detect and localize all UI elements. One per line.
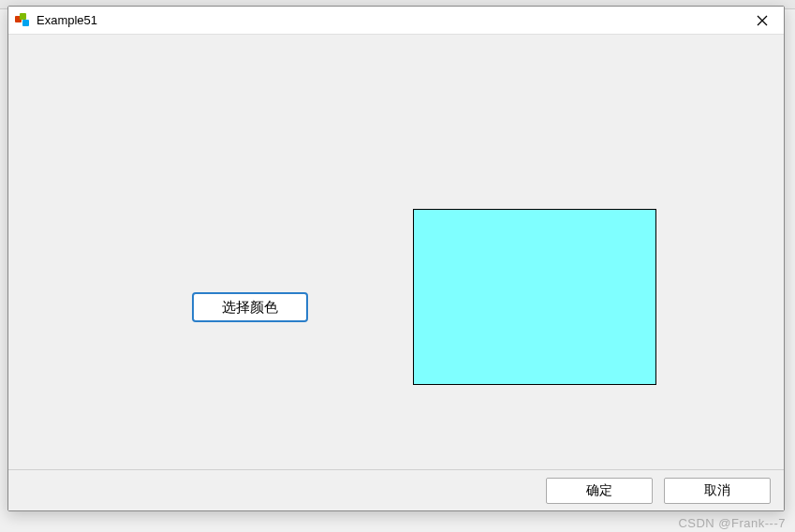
dialog-body: 选择颜色 bbox=[8, 35, 784, 469]
dialog-window: Example51 选择颜色 确定 取消 bbox=[7, 6, 785, 511]
titlebar[interactable]: Example51 bbox=[8, 7, 784, 35]
button-bar: 确定 取消 bbox=[8, 469, 784, 510]
close-button[interactable] bbox=[741, 7, 784, 35]
ok-button[interactable]: 确定 bbox=[546, 478, 653, 504]
close-icon bbox=[757, 15, 768, 26]
color-preview-panel bbox=[413, 209, 656, 385]
svg-rect-2 bbox=[22, 20, 29, 26]
window-title: Example51 bbox=[37, 13, 741, 27]
cancel-button[interactable]: 取消 bbox=[664, 478, 771, 504]
app-icon bbox=[14, 12, 31, 29]
watermark-text: CSDN @Frank---7 bbox=[678, 516, 786, 530]
select-color-button[interactable]: 选择颜色 bbox=[192, 292, 308, 322]
svg-rect-1 bbox=[20, 13, 26, 20]
